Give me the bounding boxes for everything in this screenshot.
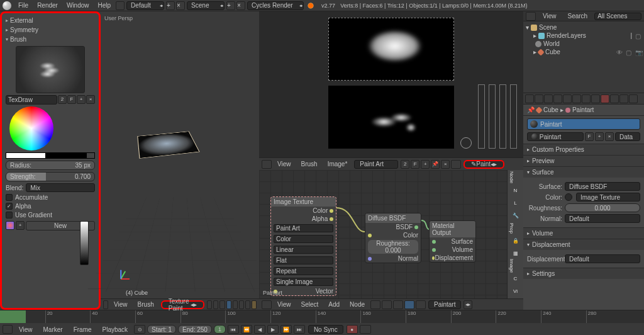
shader-type-btn-2[interactable] — [382, 300, 392, 309]
panel-settings[interactable]: Settings — [523, 268, 644, 279]
menu-file[interactable]: File — [14, 2, 33, 9]
jump-end-button[interactable]: ⏭ — [294, 325, 305, 334]
tab-layers[interactable] — [535, 94, 543, 103]
color-palette-icon[interactable] — [6, 221, 14, 230]
panel-brush[interactable]: Brush — [6, 35, 95, 44]
pin-btn[interactable] — [416, 300, 426, 309]
node-mat-nav[interactable]: ◂▸ — [464, 300, 472, 309]
np-vi[interactable]: Vi — [509, 286, 522, 296]
mat-link-dropdown[interactable]: Data — [615, 132, 640, 141]
uv-canvas-top[interactable] — [328, 18, 454, 81]
tl-range-icon[interactable]: ⊙ — [134, 325, 145, 334]
back-icon[interactable] — [116, 1, 125, 10]
np-n[interactable]: N — [509, 185, 522, 195]
surface-shader-dropdown[interactable]: Diffuse BSDF — [565, 182, 640, 191]
tab-render[interactable] — [525, 94, 534, 103]
node-menu-select[interactable]: Select — [297, 301, 323, 308]
render-btn[interactable] — [252, 300, 257, 309]
strength-slider[interactable]: Strength:0.700 — [6, 172, 95, 181]
color-wheel[interactable] — [9, 106, 53, 150]
keying-set-dropdown[interactable] — [360, 325, 371, 334]
brush-name-field[interactable]: TexDraw — [6, 95, 57, 105]
outliner-cube[interactable]: ▸Cube👁▢📷 — [526, 48, 641, 56]
panel-symmetry[interactable]: Symmetry — [6, 25, 95, 35]
end-frame[interactable]: End: 250 — [178, 325, 212, 334]
np-prop[interactable]: Prop — [509, 223, 514, 233]
node-vector-socket[interactable]: Vector — [316, 288, 333, 295]
np-tool[interactable]: 🔧 — [509, 210, 522, 220]
view3d-menu-view[interactable]: View — [109, 301, 132, 308]
node-colorspace[interactable]: Color — [274, 235, 333, 243]
color-swap[interactable] — [6, 152, 95, 159]
uv-menu-view[interactable]: View — [273, 161, 296, 168]
radius-slider[interactable]: Radius:35 px — [6, 161, 95, 170]
tab-texture[interactable] — [610, 94, 619, 103]
uv-canvas-bottom[interactable] — [328, 86, 454, 149]
outliner-type-icon[interactable] — [526, 12, 536, 21]
shader-type-btn-3[interactable] — [393, 300, 403, 309]
menu-render[interactable]: Render — [33, 2, 62, 9]
uv-mode-dropdown[interactable]: ✎ Paint ◂▸ — [464, 160, 504, 169]
tab-constraints[interactable] — [572, 94, 581, 103]
pivot-btn[interactable] — [219, 300, 225, 309]
bsdf-roughness[interactable]: Roughness: 0.000 — [368, 240, 418, 254]
color-value-slider[interactable] — [80, 221, 89, 265]
tab-world[interactable] — [553, 94, 562, 103]
displacement-dropdown[interactable]: Default — [565, 254, 640, 263]
alpha-checkbox[interactable]: ✓ — [6, 203, 13, 210]
add-scene-button[interactable]: + — [226, 1, 235, 10]
tab-modifiers[interactable] — [582, 94, 591, 103]
tab-scene[interactable] — [544, 94, 553, 103]
plane-object[interactable] — [137, 132, 199, 159]
node-menu-node[interactable]: Node — [345, 301, 369, 308]
shading-btn-2[interactable] — [213, 300, 218, 309]
uv-image-editor[interactable] — [259, 11, 523, 157]
node-image-dropdown[interactable]: Paint Art — [274, 224, 333, 232]
np-lock[interactable]: 🔒 — [509, 236, 522, 246]
node-material-dropdown[interactable]: Paintart — [428, 300, 461, 309]
uv-fake-user[interactable]: F — [411, 160, 419, 169]
gradient-checkbox[interactable] — [6, 212, 13, 219]
keyframe-prev-button[interactable]: ⏪ — [241, 325, 252, 334]
manipulator-btn[interactable] — [226, 300, 231, 309]
remove-scene-button[interactable]: × — [236, 1, 245, 10]
material-slot[interactable]: Paintart — [527, 118, 640, 130]
screen-layout-dropdown[interactable]: Default — [126, 1, 164, 10]
viewport-3d[interactable]: User Persp (4) Cube View Brush Texture P… — [101, 11, 259, 310]
mat-remove[interactable]: × — [605, 132, 614, 141]
uv-menu-image[interactable]: Image* — [323, 161, 352, 168]
roughness-slider[interactable]: 0.000 — [565, 203, 640, 212]
jump-start-button[interactable]: ⏮ — [228, 325, 239, 334]
uv-menu-brush[interactable]: Brush — [297, 161, 322, 168]
swap-colors-icon[interactable] — [86, 152, 95, 159]
np-node[interactable]: Node — [509, 173, 514, 183]
panel-external[interactable]: External — [6, 16, 95, 25]
editor-type-icon[interactable] — [103, 300, 108, 309]
palette-add-button[interactable]: + — [16, 221, 25, 230]
start-frame[interactable]: Start: 1 — [147, 325, 176, 334]
menu-window[interactable]: Window — [62, 2, 94, 9]
np-image[interactable]: Image — [509, 261, 514, 271]
autokey-button[interactable]: ● — [347, 325, 358, 334]
outliner-renderlayers[interactable]: ▸RenderLayers|▢ — [526, 31, 641, 40]
material-name-field[interactable]: Paintart — [527, 132, 584, 141]
panel-custom-props[interactable]: Custom Properties — [523, 144, 644, 155]
bsdf-color-socket[interactable]: Color — [403, 232, 418, 239]
node-menu-add[interactable]: Add — [324, 301, 344, 308]
color-socket-icon[interactable] — [565, 193, 572, 201]
render-engine-dropdown[interactable]: Cycles Render — [247, 1, 304, 10]
node-image-texture[interactable]: Image Texture Color Alpha Paint Art Colo… — [270, 196, 336, 296]
tab-material[interactable] — [601, 94, 609, 103]
timeline-type-icon[interactable] — [3, 325, 13, 334]
np-c[interactable]: C — [509, 273, 522, 283]
brush-add-button[interactable]: + — [77, 95, 86, 104]
uv-image-dropdown[interactable]: Paint Art — [354, 160, 398, 169]
sync-dropdown[interactable]: No Sync — [308, 325, 343, 334]
brush-preview[interactable] — [16, 46, 85, 93]
play-button[interactable]: ▶ — [267, 325, 279, 334]
panel-surface[interactable]: Surface — [523, 167, 644, 178]
uv-remove[interactable]: × — [441, 160, 450, 169]
panel-volume[interactable]: Volume — [523, 228, 644, 239]
view3d-menu-brush[interactable]: Brush — [133, 301, 158, 308]
brush-remove-button[interactable]: × — [86, 95, 95, 104]
